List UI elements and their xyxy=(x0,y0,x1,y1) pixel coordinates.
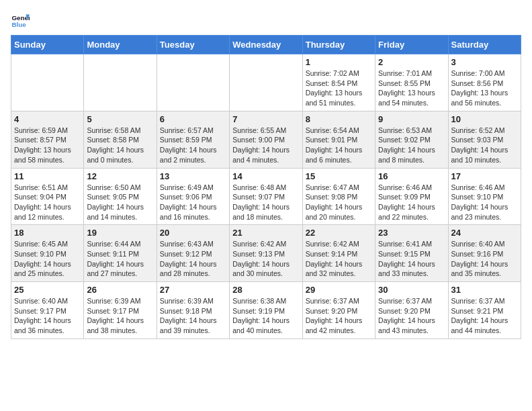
day-info: Sunrise: 7:02 AM Sunset: 8:54 PM Dayligh… xyxy=(306,68,372,108)
calendar-cell: 23Sunrise: 6:41 AM Sunset: 9:15 PM Dayli… xyxy=(375,225,448,282)
day-number: 2 xyxy=(378,57,445,67)
calendar-cell: 11Sunrise: 6:51 AM Sunset: 9:04 PM Dayli… xyxy=(11,168,84,225)
calendar-cell: 19Sunrise: 6:44 AM Sunset: 9:11 PM Dayli… xyxy=(84,225,157,282)
day-info: Sunrise: 6:46 AM Sunset: 9:09 PM Dayligh… xyxy=(378,183,445,222)
day-info: Sunrise: 6:42 AM Sunset: 9:14 PM Dayligh… xyxy=(306,239,372,279)
calendar-cell: 31Sunrise: 6:37 AM Sunset: 9:21 PM Dayli… xyxy=(448,282,521,339)
day-number: 23 xyxy=(378,228,445,238)
logo-icon: General Blue xyxy=(11,11,30,30)
calendar-cell: 14Sunrise: 6:48 AM Sunset: 9:07 PM Dayli… xyxy=(230,168,302,225)
day-info: Sunrise: 6:40 AM Sunset: 9:17 PM Dayligh… xyxy=(14,296,81,336)
calendar-cell: 21Sunrise: 6:42 AM Sunset: 9:13 PM Dayli… xyxy=(230,225,302,282)
calendar-cell: 8Sunrise: 6:54 AM Sunset: 9:01 PM Daylig… xyxy=(302,111,375,168)
calendar-cell: 7Sunrise: 6:55 AM Sunset: 9:00 PM Daylig… xyxy=(230,111,302,168)
calendar-cell: 17Sunrise: 6:46 AM Sunset: 9:10 PM Dayli… xyxy=(448,168,521,225)
day-info: Sunrise: 6:57 AM Sunset: 8:59 PM Dayligh… xyxy=(160,126,226,165)
day-number: 12 xyxy=(87,171,153,181)
day-info: Sunrise: 6:37 AM Sunset: 9:20 PM Dayligh… xyxy=(306,296,372,336)
day-number: 27 xyxy=(160,285,226,295)
calendar-cell: 26Sunrise: 6:39 AM Sunset: 9:17 PM Dayli… xyxy=(84,282,157,339)
day-info: Sunrise: 6:48 AM Sunset: 9:07 PM Dayligh… xyxy=(232,183,299,222)
calendar-cell: 9Sunrise: 6:53 AM Sunset: 9:02 PM Daylig… xyxy=(375,111,448,168)
day-info: Sunrise: 6:45 AM Sunset: 9:10 PM Dayligh… xyxy=(14,239,81,279)
day-number: 11 xyxy=(14,171,81,181)
calendar-day-header: Sunday xyxy=(11,36,84,54)
day-number: 22 xyxy=(306,228,372,238)
calendar-table: SundayMondayTuesdayWednesdayThursdayFrid… xyxy=(11,35,521,339)
day-info: Sunrise: 6:37 AM Sunset: 9:20 PM Dayligh… xyxy=(378,296,445,336)
calendar-cell: 6Sunrise: 6:57 AM Sunset: 8:59 PM Daylig… xyxy=(157,111,229,168)
day-number: 17 xyxy=(451,171,518,181)
day-info: Sunrise: 7:00 AM Sunset: 8:56 PM Dayligh… xyxy=(451,68,518,108)
day-number: 3 xyxy=(451,57,518,67)
calendar-cell: 30Sunrise: 6:37 AM Sunset: 9:20 PM Dayli… xyxy=(375,282,448,339)
calendar-week-row: 25Sunrise: 6:40 AM Sunset: 9:17 PM Dayli… xyxy=(11,282,521,339)
day-number: 8 xyxy=(306,114,372,124)
calendar-cell: 28Sunrise: 6:38 AM Sunset: 9:19 PM Dayli… xyxy=(230,282,302,339)
day-info: Sunrise: 7:01 AM Sunset: 8:55 PM Dayligh… xyxy=(378,68,445,108)
day-number: 5 xyxy=(87,114,153,124)
calendar-cell: 5Sunrise: 6:58 AM Sunset: 8:58 PM Daylig… xyxy=(84,111,157,168)
calendar-cell: 27Sunrise: 6:39 AM Sunset: 9:18 PM Dayli… xyxy=(157,282,229,339)
day-number: 31 xyxy=(451,285,518,295)
calendar-day-header: Thursday xyxy=(302,36,375,54)
calendar-week-row: 18Sunrise: 6:45 AM Sunset: 9:10 PM Dayli… xyxy=(11,225,521,282)
calendar-cell: 24Sunrise: 6:40 AM Sunset: 9:16 PM Dayli… xyxy=(448,225,521,282)
page-header: General Blue xyxy=(11,11,521,30)
day-number: 28 xyxy=(232,285,299,295)
day-info: Sunrise: 6:58 AM Sunset: 8:58 PM Dayligh… xyxy=(87,126,153,165)
calendar-cell: 3Sunrise: 7:00 AM Sunset: 8:56 PM Daylig… xyxy=(448,54,521,111)
day-info: Sunrise: 6:51 AM Sunset: 9:04 PM Dayligh… xyxy=(14,183,81,222)
calendar-cell xyxy=(11,54,84,111)
day-number: 10 xyxy=(451,114,518,124)
calendar-cell xyxy=(157,54,229,111)
calendar-cell: 2Sunrise: 7:01 AM Sunset: 8:55 PM Daylig… xyxy=(375,54,448,111)
day-info: Sunrise: 6:42 AM Sunset: 9:13 PM Dayligh… xyxy=(232,239,299,279)
calendar-day-header: Wednesday xyxy=(230,36,302,54)
calendar-week-row: 4Sunrise: 6:59 AM Sunset: 8:57 PM Daylig… xyxy=(11,111,521,168)
day-number: 21 xyxy=(232,228,299,238)
day-number: 24 xyxy=(451,228,518,238)
day-info: Sunrise: 6:40 AM Sunset: 9:16 PM Dayligh… xyxy=(451,239,518,279)
day-info: Sunrise: 6:49 AM Sunset: 9:06 PM Dayligh… xyxy=(160,183,226,222)
calendar-day-header: Saturday xyxy=(448,36,521,54)
calendar-cell: 1Sunrise: 7:02 AM Sunset: 8:54 PM Daylig… xyxy=(302,54,375,111)
calendar-cell: 10Sunrise: 6:52 AM Sunset: 9:03 PM Dayli… xyxy=(448,111,521,168)
day-info: Sunrise: 6:44 AM Sunset: 9:11 PM Dayligh… xyxy=(87,239,153,279)
day-info: Sunrise: 6:52 AM Sunset: 9:03 PM Dayligh… xyxy=(451,126,518,165)
calendar-cell: 16Sunrise: 6:46 AM Sunset: 9:09 PM Dayli… xyxy=(375,168,448,225)
day-info: Sunrise: 6:54 AM Sunset: 9:01 PM Dayligh… xyxy=(306,126,372,165)
calendar-cell: 12Sunrise: 6:50 AM Sunset: 9:05 PM Dayli… xyxy=(84,168,157,225)
day-info: Sunrise: 6:39 AM Sunset: 9:18 PM Dayligh… xyxy=(160,296,226,336)
calendar-cell: 4Sunrise: 6:59 AM Sunset: 8:57 PM Daylig… xyxy=(11,111,84,168)
day-number: 4 xyxy=(14,114,81,124)
day-info: Sunrise: 6:43 AM Sunset: 9:12 PM Dayligh… xyxy=(160,239,226,279)
day-info: Sunrise: 6:59 AM Sunset: 8:57 PM Dayligh… xyxy=(14,126,81,165)
day-number: 1 xyxy=(306,57,372,67)
day-number: 25 xyxy=(14,285,81,295)
calendar-day-header: Friday xyxy=(375,36,448,54)
svg-text:Blue: Blue xyxy=(11,21,26,28)
day-info: Sunrise: 6:47 AM Sunset: 9:08 PM Dayligh… xyxy=(306,183,372,222)
day-info: Sunrise: 6:46 AM Sunset: 9:10 PM Dayligh… xyxy=(451,183,518,222)
day-info: Sunrise: 6:41 AM Sunset: 9:15 PM Dayligh… xyxy=(378,239,445,279)
day-number: 9 xyxy=(378,114,445,124)
day-info: Sunrise: 6:38 AM Sunset: 9:19 PM Dayligh… xyxy=(232,296,299,336)
calendar-cell xyxy=(84,54,157,111)
calendar-cell: 15Sunrise: 6:47 AM Sunset: 9:08 PM Dayli… xyxy=(302,168,375,225)
calendar-cell: 29Sunrise: 6:37 AM Sunset: 9:20 PM Dayli… xyxy=(302,282,375,339)
day-number: 18 xyxy=(14,228,81,238)
calendar-week-row: 1Sunrise: 7:02 AM Sunset: 8:54 PM Daylig… xyxy=(11,54,521,111)
calendar-cell xyxy=(230,54,302,111)
day-info: Sunrise: 6:53 AM Sunset: 9:02 PM Dayligh… xyxy=(378,126,445,165)
calendar-cell: 25Sunrise: 6:40 AM Sunset: 9:17 PM Dayli… xyxy=(11,282,84,339)
logo: General Blue xyxy=(11,11,30,30)
day-number: 16 xyxy=(378,171,445,181)
calendar-header-row: SundayMondayTuesdayWednesdayThursdayFrid… xyxy=(11,36,521,54)
day-number: 20 xyxy=(160,228,226,238)
day-number: 15 xyxy=(306,171,372,181)
day-number: 7 xyxy=(232,114,299,124)
calendar-day-header: Tuesday xyxy=(157,36,229,54)
calendar-day-header: Monday xyxy=(84,36,157,54)
calendar-body: 1Sunrise: 7:02 AM Sunset: 8:54 PM Daylig… xyxy=(11,54,521,339)
